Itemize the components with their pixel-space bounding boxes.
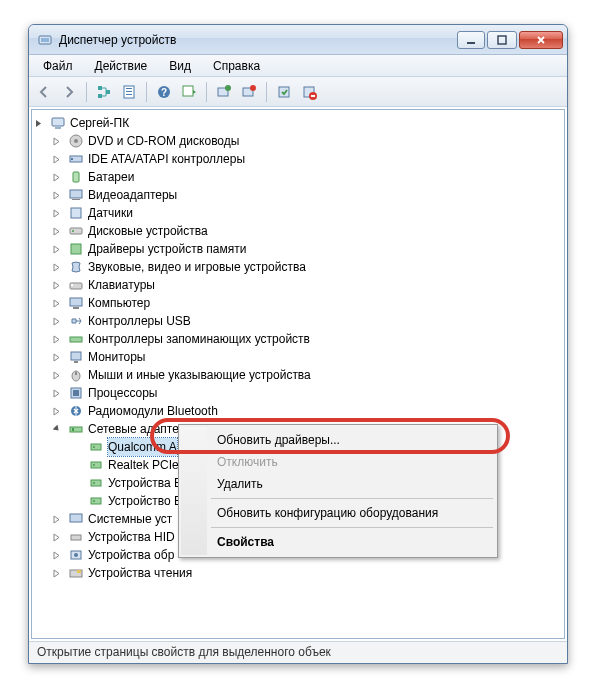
tree-category[interactable]: Контроллеры запоминающих устройств (34, 330, 562, 348)
category-icon (68, 295, 84, 311)
svg-point-52 (93, 464, 95, 466)
tree-category[interactable]: IDE ATA/ATAPI контроллеры (34, 150, 562, 168)
ctx-disable[interactable]: Отключить (181, 451, 495, 473)
tree-category[interactable]: Батареи (34, 168, 562, 186)
expand-icon[interactable] (52, 424, 63, 435)
menu-file[interactable]: Файл (33, 57, 83, 75)
expand-icon[interactable] (52, 280, 63, 291)
category-label: Устройства чтения (88, 564, 192, 582)
app-icon (37, 32, 53, 48)
tree-category[interactable]: Мониторы (34, 348, 562, 366)
expand-icon[interactable] (52, 190, 63, 201)
expand-icon[interactable] (52, 298, 63, 309)
expand-icon[interactable] (52, 172, 63, 183)
tree-category[interactable]: Дисковые устройства (34, 222, 562, 240)
tree-category[interactable]: Компьютер (34, 294, 562, 312)
minimize-button[interactable] (457, 31, 485, 49)
tree-root[interactable]: Сергей-ПК (34, 114, 562, 132)
tree-category[interactable]: Процессоры (34, 384, 562, 402)
expand-icon[interactable] (52, 388, 63, 399)
tb-back-icon[interactable] (33, 81, 55, 103)
tree-category[interactable]: Датчики (34, 204, 562, 222)
ctx-update-drivers[interactable]: Обновить драйверы... (181, 429, 495, 451)
tb-props-icon[interactable] (118, 81, 140, 103)
category-label: Контроллеры запоминающих устройств (88, 330, 310, 348)
svg-rect-34 (71, 244, 81, 254)
tb-forward-icon[interactable] (58, 81, 80, 103)
category-label: Контроллеры USB (88, 312, 191, 330)
tb-update-icon[interactable] (213, 81, 235, 103)
tb-help-icon[interactable]: ? (153, 81, 175, 103)
category-label: Звуковые, видео и игровые устройства (88, 258, 306, 276)
expand-icon[interactable] (52, 406, 63, 417)
expand-icon[interactable] (52, 244, 63, 255)
ctx-properties[interactable]: Свойства (181, 531, 495, 553)
window-title: Диспетчер устройств (59, 33, 457, 47)
category-label: Дисковые устройства (88, 222, 208, 240)
expand-icon[interactable] (52, 208, 63, 219)
svg-point-60 (74, 553, 78, 557)
expand-icon[interactable] (52, 370, 63, 381)
category-label: DVD и CD-ROM дисководы (88, 132, 239, 150)
tree-category[interactable]: Устройства чтения (34, 564, 562, 582)
tree-category[interactable]: Драйверы устройств памяти (34, 240, 562, 258)
menu-action[interactable]: Действие (85, 57, 158, 75)
expand-icon[interactable] (52, 226, 63, 237)
expand-icon[interactable] (52, 316, 63, 327)
tb-tree-icon[interactable] (93, 81, 115, 103)
svg-rect-41 (74, 361, 78, 363)
network-adapter-icon (88, 493, 104, 509)
tree-category[interactable]: DVD и CD-ROM дисководы (34, 132, 562, 150)
expand-icon[interactable] (52, 568, 63, 579)
expand-icon[interactable] (52, 136, 63, 147)
titlebar[interactable]: Диспетчер устройств (29, 25, 567, 55)
svg-rect-9 (126, 91, 132, 92)
svg-rect-48 (72, 428, 74, 431)
svg-rect-53 (91, 480, 101, 486)
svg-rect-39 (70, 337, 82, 342)
tb-enable-icon[interactable] (273, 81, 295, 103)
ctx-scan-hardware[interactable]: Обновить конфигурацию оборудования (181, 502, 495, 524)
menu-view[interactable]: Вид (159, 57, 201, 75)
svg-rect-29 (70, 190, 82, 198)
tree-category[interactable]: Радиомодули Bluetooth (34, 402, 562, 420)
category-label: IDE ATA/ATAPI контроллеры (88, 150, 245, 168)
tb-uninstall-icon[interactable] (238, 81, 260, 103)
svg-rect-2 (467, 42, 475, 44)
category-icon (68, 565, 84, 581)
svg-point-56 (93, 500, 95, 502)
svg-rect-51 (91, 462, 101, 468)
tree-category[interactable]: Видеоадаптеры (34, 186, 562, 204)
device-label: Realtek PCIe (108, 456, 179, 474)
tree-category[interactable]: Мыши и иные указывающие устройства (34, 366, 562, 384)
expand-icon[interactable] (52, 532, 63, 543)
category-icon (68, 547, 84, 563)
expand-icon[interactable] (52, 334, 63, 345)
tb-disable-icon[interactable] (298, 81, 320, 103)
expand-icon[interactable] (52, 352, 63, 363)
menubar: Файл Действие Вид Справка (29, 55, 567, 77)
menu-help[interactable]: Справка (203, 57, 270, 75)
category-label: Системные уст (88, 510, 172, 528)
svg-rect-30 (72, 199, 80, 200)
expand-icon[interactable] (52, 514, 63, 525)
expand-icon[interactable] (52, 262, 63, 273)
tree-category[interactable]: Звуковые, видео и игровые устройства (34, 258, 562, 276)
svg-point-15 (225, 85, 231, 91)
device-label: Устройство E (108, 492, 182, 510)
ctx-delete[interactable]: Удалить (181, 473, 495, 495)
maximize-button[interactable] (487, 31, 517, 49)
close-button[interactable] (519, 31, 563, 49)
tree-category[interactable]: Контроллеры USB (34, 312, 562, 330)
svg-rect-27 (71, 158, 73, 160)
tb-scan-icon[interactable] (178, 81, 200, 103)
tree-category[interactable]: Клавиатуры (34, 276, 562, 294)
device-tree[interactable]: Сергей-ПК DVD и CD-ROM дисководыIDE ATA/… (31, 109, 565, 639)
collapse-icon[interactable] (34, 118, 45, 129)
toolbar-separator (86, 82, 87, 102)
expand-icon[interactable] (52, 154, 63, 165)
category-icon (68, 403, 84, 419)
category-icon (68, 187, 84, 203)
expand-icon[interactable] (52, 550, 63, 561)
device-label: Устройства E (108, 474, 182, 492)
